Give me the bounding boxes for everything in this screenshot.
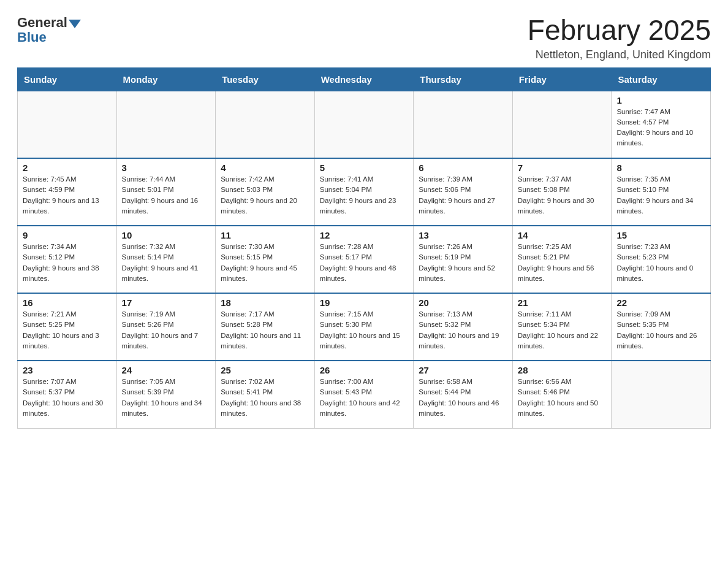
header-monday: Monday: [116, 67, 216, 91]
day-number: 7: [518, 163, 607, 173]
week-row-2: 9Sunrise: 7:34 AMSunset: 5:12 PMDaylight…: [18, 226, 711, 293]
page-header: General Blue February 2025 Nettleton, En…: [17, 15, 711, 61]
day-number: 27: [419, 365, 507, 375]
day-cell-0-5: [512, 91, 612, 158]
day-cell-0-4: [414, 91, 513, 158]
day-info: Sunrise: 7:26 AMSunset: 5:19 PMDaylight:…: [419, 242, 507, 284]
day-number: 18: [221, 297, 309, 308]
day-number: 3: [122, 163, 211, 173]
day-cell-0-0: [18, 91, 117, 158]
day-number: 11: [221, 230, 309, 240]
day-number: 9: [23, 230, 112, 240]
day-cell-1-3: 5Sunrise: 7:41 AMSunset: 5:04 PMDaylight…: [314, 158, 414, 226]
day-number: 22: [616, 297, 705, 308]
day-info: Sunrise: 7:11 AMSunset: 5:34 PMDaylight:…: [518, 309, 607, 351]
day-number: 28: [518, 365, 607, 375]
day-number: 13: [419, 230, 507, 240]
day-cell-2-2: 11Sunrise: 7:30 AMSunset: 5:15 PMDayligh…: [216, 226, 315, 293]
day-info: Sunrise: 7:30 AMSunset: 5:15 PMDaylight:…: [221, 242, 309, 284]
day-cell-0-6: 1Sunrise: 7:47 AMSunset: 4:57 PMDaylight…: [612, 91, 711, 158]
day-number: 20: [419, 297, 507, 308]
day-number: 5: [320, 163, 409, 173]
day-info: Sunrise: 7:17 AMSunset: 5:28 PMDaylight:…: [221, 309, 309, 351]
day-cell-4-0: 23Sunrise: 7:07 AMSunset: 5:37 PMDayligh…: [18, 361, 117, 428]
day-cell-1-0: 2Sunrise: 7:45 AMSunset: 4:59 PMDaylight…: [18, 158, 117, 226]
day-info: Sunrise: 7:41 AMSunset: 5:04 PMDaylight:…: [320, 174, 409, 216]
day-number: 25: [221, 365, 309, 375]
day-cell-3-1: 17Sunrise: 7:19 AMSunset: 5:26 PMDayligh…: [116, 293, 216, 361]
day-number: 1: [616, 95, 705, 105]
logo-general-text: General: [17, 15, 81, 31]
header-thursday: Thursday: [414, 67, 513, 91]
day-number: 10: [122, 230, 211, 240]
day-cell-4-2: 25Sunrise: 7:02 AMSunset: 5:41 PMDayligh…: [216, 361, 315, 428]
day-cell-0-2: [216, 91, 315, 158]
day-number: 15: [616, 230, 705, 240]
day-info: Sunrise: 7:45 AMSunset: 4:59 PMDaylight:…: [23, 174, 112, 216]
day-cell-3-6: 22Sunrise: 7:09 AMSunset: 5:35 PMDayligh…: [612, 293, 711, 361]
location-title: Nettleton, England, United Kingdom: [528, 48, 711, 61]
title-area: February 2025 Nettleton, England, United…: [528, 15, 711, 61]
week-row-4: 23Sunrise: 7:07 AMSunset: 5:37 PMDayligh…: [18, 361, 711, 428]
day-info: Sunrise: 7:35 AMSunset: 5:10 PMDaylight:…: [616, 174, 705, 216]
day-cell-2-5: 14Sunrise: 7:25 AMSunset: 5:21 PMDayligh…: [512, 226, 612, 293]
day-cell-3-3: 19Sunrise: 7:15 AMSunset: 5:30 PMDayligh…: [314, 293, 414, 361]
day-info: Sunrise: 7:34 AMSunset: 5:12 PMDaylight:…: [23, 242, 112, 284]
header-saturday: Saturday: [612, 67, 711, 91]
day-cell-1-6: 8Sunrise: 7:35 AMSunset: 5:10 PMDaylight…: [612, 158, 711, 226]
day-number: 2: [23, 163, 112, 173]
day-cell-2-4: 13Sunrise: 7:26 AMSunset: 5:19 PMDayligh…: [414, 226, 513, 293]
day-number: 16: [23, 297, 112, 308]
day-info: Sunrise: 7:44 AMSunset: 5:01 PMDaylight:…: [122, 174, 211, 216]
logo-general-label: General: [17, 15, 67, 31]
week-row-1: 2Sunrise: 7:45 AMSunset: 4:59 PMDaylight…: [18, 158, 711, 226]
week-row-0: 1Sunrise: 7:47 AMSunset: 4:57 PMDaylight…: [18, 91, 711, 158]
day-info: Sunrise: 7:19 AMSunset: 5:26 PMDaylight:…: [122, 309, 211, 351]
month-title: February 2025: [528, 15, 711, 46]
day-cell-0-1: [116, 91, 216, 158]
day-cell-2-0: 9Sunrise: 7:34 AMSunset: 5:12 PMDaylight…: [18, 226, 117, 293]
calendar-table: Sunday Monday Tuesday Wednesday Thursday…: [17, 67, 711, 429]
day-cell-1-2: 4Sunrise: 7:42 AMSunset: 5:03 PMDaylight…: [216, 158, 315, 226]
day-number: 24: [122, 365, 211, 375]
day-number: 23: [23, 365, 112, 375]
day-cell-4-4: 27Sunrise: 6:58 AMSunset: 5:44 PMDayligh…: [414, 361, 513, 428]
day-cell-3-5: 21Sunrise: 7:11 AMSunset: 5:34 PMDayligh…: [512, 293, 612, 361]
day-cell-0-3: [314, 91, 414, 158]
day-cell-3-0: 16Sunrise: 7:21 AMSunset: 5:25 PMDayligh…: [18, 293, 117, 361]
day-number: 12: [320, 230, 409, 240]
header-sunday: Sunday: [18, 67, 117, 91]
day-number: 21: [518, 297, 607, 308]
day-number: 26: [320, 365, 409, 375]
day-number: 4: [221, 163, 309, 173]
header-friday: Friday: [512, 67, 612, 91]
day-cell-2-1: 10Sunrise: 7:32 AMSunset: 5:14 PMDayligh…: [116, 226, 216, 293]
day-info: Sunrise: 6:56 AMSunset: 5:46 PMDaylight:…: [518, 377, 607, 419]
day-info: Sunrise: 6:58 AMSunset: 5:44 PMDaylight:…: [419, 377, 507, 419]
weekday-header-row: Sunday Monday Tuesday Wednesday Thursday…: [18, 67, 711, 91]
day-cell-1-4: 6Sunrise: 7:39 AMSunset: 5:06 PMDaylight…: [414, 158, 513, 226]
day-number: 17: [122, 297, 211, 308]
day-info: Sunrise: 7:28 AMSunset: 5:17 PMDaylight:…: [320, 242, 409, 284]
day-info: Sunrise: 7:02 AMSunset: 5:41 PMDaylight:…: [221, 377, 309, 419]
day-number: 8: [616, 163, 705, 173]
header-tuesday: Tuesday: [216, 67, 315, 91]
day-info: Sunrise: 7:21 AMSunset: 5:25 PMDaylight:…: [23, 309, 112, 351]
header-wednesday: Wednesday: [314, 67, 414, 91]
day-cell-4-3: 26Sunrise: 7:00 AMSunset: 5:43 PMDayligh…: [314, 361, 414, 428]
day-cell-4-1: 24Sunrise: 7:05 AMSunset: 5:39 PMDayligh…: [116, 361, 216, 428]
day-cell-1-5: 7Sunrise: 7:37 AMSunset: 5:08 PMDaylight…: [512, 158, 612, 226]
logo-arrow-icon: [69, 20, 81, 28]
day-number: 6: [419, 163, 507, 173]
day-info: Sunrise: 7:15 AMSunset: 5:30 PMDaylight:…: [320, 309, 409, 351]
day-info: Sunrise: 7:00 AMSunset: 5:43 PMDaylight:…: [320, 377, 409, 419]
day-cell-3-2: 18Sunrise: 7:17 AMSunset: 5:28 PMDayligh…: [216, 293, 315, 361]
day-info: Sunrise: 7:09 AMSunset: 5:35 PMDaylight:…: [616, 309, 705, 351]
day-info: Sunrise: 7:23 AMSunset: 5:23 PMDaylight:…: [616, 242, 705, 284]
day-info: Sunrise: 7:05 AMSunset: 5:39 PMDaylight:…: [122, 377, 211, 419]
day-info: Sunrise: 7:07 AMSunset: 5:37 PMDaylight:…: [23, 377, 112, 419]
day-cell-3-4: 20Sunrise: 7:13 AMSunset: 5:32 PMDayligh…: [414, 293, 513, 361]
day-info: Sunrise: 7:25 AMSunset: 5:21 PMDaylight:…: [518, 242, 607, 284]
logo-blue-text: Blue: [17, 29, 47, 45]
day-cell-4-5: 28Sunrise: 6:56 AMSunset: 5:46 PMDayligh…: [512, 361, 612, 428]
